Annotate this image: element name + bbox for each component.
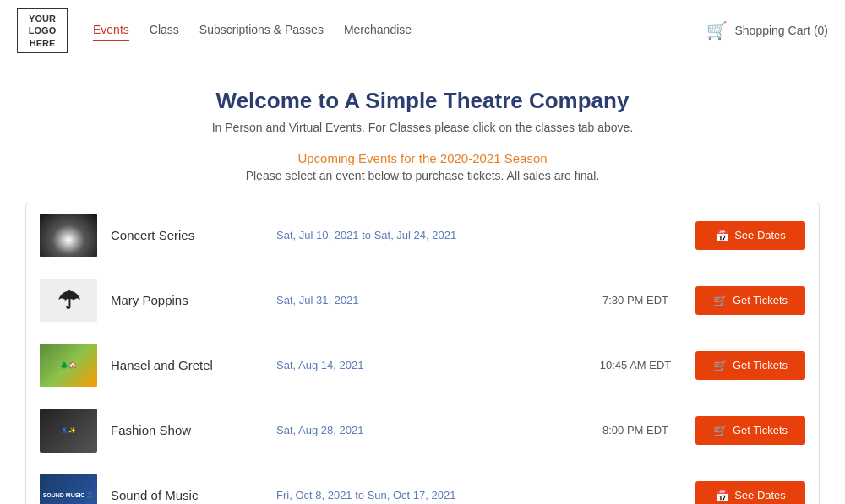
season-title: Upcoming Events for the 2020-2021 Season	[25, 151, 820, 165]
cart-label: Shopping Cart (0)	[734, 24, 828, 37]
event-time: 7:30 PM EDT	[589, 294, 682, 306]
ticket-icon: 🛒	[713, 294, 728, 307]
see-dates-button-concert[interactable]: 📅 See Dates	[695, 221, 805, 250]
cart-area[interactable]: 🛒 Shopping Cart (0)	[706, 20, 828, 41]
nav-item-events[interactable]: Events	[93, 19, 129, 41]
event-name: Fashion Show	[111, 423, 263, 437]
event-name: Concert Series	[111, 228, 263, 242]
event-name: Hansel and Gretel	[111, 358, 263, 372]
hansel-thumb-content: 🌲🏠	[40, 344, 97, 387]
get-tickets-button-mary[interactable]: 🛒 Get Tickets	[695, 286, 805, 315]
event-thumb-concert	[40, 214, 97, 257]
nav-item-class[interactable]: Class	[150, 19, 179, 41]
event-thumb-mary: ☂	[40, 279, 97, 322]
event-date: Sat, Jul 10, 2021 to Sat, Jul 24, 2021	[276, 229, 575, 241]
get-tickets-button-fashion[interactable]: 🛒 Get Tickets	[695, 416, 805, 445]
calendar-icon: 📅	[715, 229, 729, 242]
event-date: Fri, Oct 8, 2021 to Sun, Oct 17, 2021	[276, 489, 575, 501]
welcome-title: Welcome to A Simple Theatre Company	[25, 88, 820, 114]
event-date: Sat, Aug 28, 2021	[276, 424, 575, 436]
sound-thumb-content: SOUND MUSIC 🎵	[40, 474, 97, 504]
header: YOUR LOGO HERE Events Class Subscription…	[0, 0, 845, 62]
ticket-icon: 🛒	[713, 424, 728, 437]
event-time: 10:45 AM EDT	[589, 359, 682, 371]
get-tickets-button-hansel[interactable]: 🛒 Get Tickets	[695, 351, 805, 380]
logo: YOUR LOGO HERE	[17, 8, 68, 53]
event-thumb-fashion: 👗✨	[40, 409, 97, 453]
event-thumb-sound: SOUND MUSIC 🎵	[40, 474, 97, 504]
event-time: 8:00 PM EDT	[589, 424, 682, 436]
cart-icon: 🛒	[706, 20, 728, 41]
ticket-icon: 🛒	[713, 359, 728, 372]
events-container: Concert Series Sat, Jul 10, 2021 to Sat,…	[25, 203, 820, 504]
event-thumb-hansel: 🌲🏠	[40, 344, 97, 387]
see-dates-button-sound[interactable]: 📅 See Dates	[695, 481, 805, 504]
table-row: ☂ Mary Poppins Sat, Jul 31, 2021 7:30 PM…	[26, 268, 819, 333]
event-name: Mary Poppins	[111, 293, 263, 307]
mary-poppins-icon: ☂	[57, 285, 80, 315]
event-date: Sat, Jul 31, 2021	[276, 294, 575, 306]
nav-item-subscriptions[interactable]: Subscriptions & Passes	[199, 19, 324, 41]
event-date: Sat, Aug 14, 2021	[276, 359, 575, 371]
event-time: —	[589, 489, 682, 501]
table-row: 🌲🏠 Hansel and Gretel Sat, Aug 14, 2021 1…	[26, 333, 819, 398]
main-content: Welcome to A Simple Theatre Company In P…	[8, 62, 837, 504]
season-note: Please select an event below to purchase…	[25, 169, 820, 182]
welcome-subtitle: In Person and Virtual Events. For Classe…	[25, 121, 820, 134]
nav: Events Class Subscriptions & Passes Merc…	[93, 19, 706, 41]
nav-item-merchandise[interactable]: Merchandise	[344, 19, 412, 41]
event-time: —	[589, 229, 682, 241]
event-name: Sound of Music	[111, 488, 263, 502]
table-row: SOUND MUSIC 🎵 Sound of Music Fri, Oct 8,…	[26, 463, 819, 504]
table-row: 👗✨ Fashion Show Sat, Aug 28, 2021 8:00 P…	[26, 398, 819, 463]
fashion-thumb-content: 👗✨	[40, 409, 97, 453]
table-row: Concert Series Sat, Jul 10, 2021 to Sat,…	[26, 203, 819, 268]
calendar-icon: 📅	[715, 489, 729, 502]
